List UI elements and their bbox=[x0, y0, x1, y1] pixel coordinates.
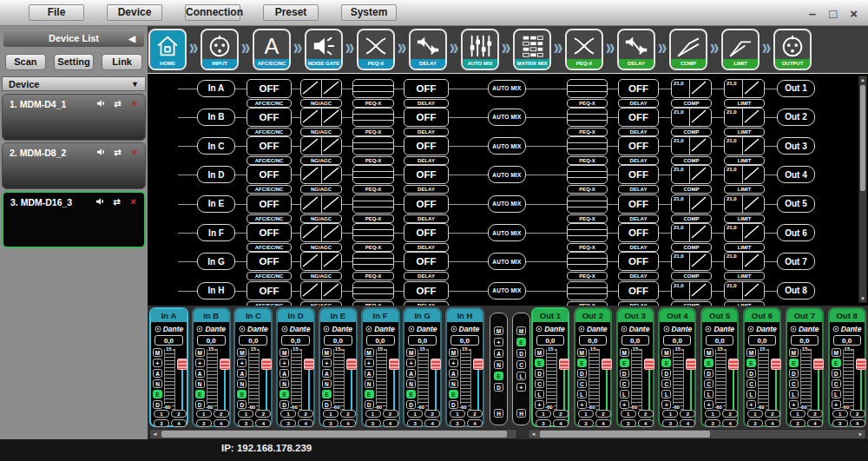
strip-button-plus[interactable]: + bbox=[279, 359, 289, 367]
master-button-d[interactable]: D bbox=[516, 349, 526, 358]
channel-gain-value[interactable]: 0,0 bbox=[239, 335, 267, 346]
strip-button-e[interactable]: E bbox=[449, 390, 458, 398]
block-limit-row1[interactable]: 21,0LIMIT bbox=[724, 108, 765, 136]
strip-button-e[interactable]: E bbox=[535, 359, 544, 367]
block-peq-x-row1[interactable]: PEQ-X bbox=[352, 108, 394, 136]
strip-button-d[interactable]: D bbox=[620, 369, 629, 378]
fader-handle[interactable] bbox=[261, 359, 272, 370]
channel-strip-in-h[interactable]: In HDante0,0M+ANED15-601234 bbox=[445, 307, 484, 427]
block-ng-agc-row4[interactable]: NG/AGC bbox=[300, 194, 342, 223]
speaker-icon[interactable] bbox=[95, 98, 107, 109]
strip-button-n[interactable]: N bbox=[365, 379, 374, 388]
menu-item-connection[interactable]: Connection bbox=[185, 4, 240, 21]
block-delay-row0[interactable]: OFFDELAY bbox=[404, 79, 449, 108]
block-delay-row4[interactable]: OFFDELAY bbox=[404, 194, 449, 223]
toolbar-item-delay-5[interactable]: DELAY bbox=[409, 29, 447, 70]
automix-pill-row0[interactable]: AUTO MIX bbox=[488, 80, 526, 97]
channel-gain-value[interactable]: 0,0 bbox=[791, 335, 819, 346]
toolbar-item-auto-mix-6[interactable]: AUTO MIX bbox=[461, 29, 499, 70]
master-button-m[interactable]: M bbox=[494, 326, 503, 335]
block-peq-x-row6[interactable]: PEQ-X bbox=[567, 252, 608, 280]
block-limit-row6[interactable]: 21,0LIMIT bbox=[724, 252, 765, 280]
preset-button-1[interactable]: 1 bbox=[578, 410, 594, 418]
block-limit-row3[interactable]: 21,0LIMIT bbox=[724, 165, 765, 194]
preset-button-3[interactable]: 3 bbox=[662, 419, 678, 427]
block-afc-ec-nc-row6[interactable]: OFFAFC/EC/NC bbox=[247, 252, 292, 280]
strip-button-plus[interactable]: + bbox=[153, 359, 162, 367]
strip-button-c[interactable]: C bbox=[832, 379, 841, 388]
strip-button-m[interactable]: M bbox=[661, 348, 671, 357]
strip-button-m[interactable]: M bbox=[535, 348, 544, 357]
preset-button-2[interactable]: 2 bbox=[424, 410, 440, 418]
channel-fader[interactable] bbox=[686, 349, 696, 410]
scrollbar-thumb[interactable] bbox=[161, 431, 507, 438]
strip-button-d[interactable]: D bbox=[322, 400, 332, 409]
strip-button-m[interactable]: M bbox=[195, 348, 205, 357]
fader-handle[interactable] bbox=[559, 359, 569, 370]
channel-gain-value[interactable]: 0,0 bbox=[706, 335, 733, 346]
preset-button-1[interactable]: 1 bbox=[621, 410, 636, 418]
strip-button-plus[interactable]: + bbox=[237, 359, 247, 367]
strip-button-l[interactable]: L bbox=[746, 390, 756, 398]
block-peq-x-row2[interactable]: PEQ-X bbox=[352, 136, 394, 165]
block-comp-row1[interactable]: 21,0COMP bbox=[671, 108, 712, 136]
strip-button-m[interactable]: M bbox=[789, 348, 799, 357]
strip-button-d[interactable]: D bbox=[535, 369, 544, 378]
strip-button-d[interactable]: D bbox=[832, 369, 841, 378]
strip-button-e[interactable]: E bbox=[704, 359, 713, 367]
automix-pill-row5[interactable]: AUTO MIX bbox=[488, 224, 526, 241]
channel-gain-value[interactable]: 0,0 bbox=[155, 335, 183, 346]
channel-strip-out-3[interactable]: Out 3Dante0,0MEDCL+15-601234 bbox=[616, 307, 654, 427]
strip-button-a[interactable]: A bbox=[322, 369, 332, 378]
preset-button-1[interactable]: 1 bbox=[705, 410, 720, 418]
channel-fader[interactable] bbox=[304, 349, 314, 410]
output-channel-pill-out-1[interactable]: Out 1 bbox=[777, 80, 815, 97]
preset-button-4[interactable]: 4 bbox=[214, 419, 229, 427]
block-comp-row5[interactable]: 21,0COMP bbox=[671, 223, 712, 252]
strip-button-plus[interactable]: + bbox=[195, 359, 205, 367]
block-peq-x-row5[interactable]: PEQ-X bbox=[567, 223, 608, 252]
preset-button-1[interactable]: 1 bbox=[280, 410, 296, 418]
block-limit-row2[interactable]: 21,0LIMIT bbox=[724, 136, 765, 165]
preset-button-3[interactable]: 3 bbox=[578, 419, 594, 427]
strip-button-plus[interactable]: + bbox=[406, 359, 416, 367]
device-item-1-mdm-d4-1[interactable]: 1. MDM-D4_1⇄× bbox=[2, 94, 146, 141]
channel-fader[interactable] bbox=[559, 349, 569, 410]
preset-button-4[interactable]: 4 bbox=[467, 419, 483, 427]
channel-fader[interactable] bbox=[389, 349, 399, 410]
strip-button-d[interactable]: D bbox=[406, 400, 416, 409]
preset-button-4[interactable]: 4 bbox=[807, 419, 823, 427]
preset-button-4[interactable]: 4 bbox=[638, 419, 654, 427]
block-delay-row1[interactable]: OFFDELAY bbox=[618, 108, 659, 136]
master-button-plus[interactable]: + bbox=[516, 383, 526, 392]
channel-fader[interactable] bbox=[261, 349, 272, 410]
channel-strip-out-5[interactable]: Out 5Dante0,0MEDCL+15-601234 bbox=[700, 307, 739, 427]
strip-button-n[interactable]: N bbox=[195, 379, 205, 388]
toolbar-item-peq-x-4[interactable]: PEQ-X bbox=[357, 29, 395, 70]
strip-button-l[interactable]: L bbox=[577, 390, 587, 398]
block-comp-row0[interactable]: 21,0COMP bbox=[671, 79, 712, 108]
preset-button-2[interactable]: 2 bbox=[722, 410, 738, 418]
channel-strip-in-b[interactable]: In BDante0,0M+ANED15-601234 bbox=[192, 307, 231, 427]
block-peq-x-row3[interactable]: PEQ-X bbox=[352, 165, 394, 194]
scan-button[interactable]: Scan bbox=[5, 54, 46, 70]
loop-icon[interactable]: ⇄ bbox=[111, 196, 122, 207]
output-channel-pill-out-5[interactable]: Out 5 bbox=[777, 195, 815, 213]
speaker-icon[interactable] bbox=[95, 196, 106, 207]
strip-button-e[interactable]: E bbox=[661, 359, 671, 367]
strip-button-m[interactable]: M bbox=[704, 348, 713, 357]
block-delay-row2[interactable]: OFFDELAY bbox=[404, 136, 449, 165]
fader-handle[interactable] bbox=[771, 359, 781, 370]
preset-button-3[interactable]: 3 bbox=[790, 419, 806, 427]
preset-button-2[interactable]: 2 bbox=[255, 410, 271, 418]
strip-button-d[interactable]: D bbox=[661, 369, 671, 378]
master-button-h[interactable]: H bbox=[516, 409, 526, 418]
block-afc-ec-nc-row5[interactable]: OFFAFC/EC/NC bbox=[247, 223, 292, 252]
strip-button-n[interactable]: N bbox=[153, 379, 162, 388]
channel-fader[interactable] bbox=[346, 349, 357, 410]
channel-gain-value[interactable]: 0,0 bbox=[324, 335, 352, 346]
strip-button-d[interactable]: D bbox=[704, 369, 713, 378]
scrollbar-thumb[interactable] bbox=[860, 85, 865, 191]
channel-strip-out-8[interactable]: Out 8Dante0,0MEDCL+15-601234 bbox=[828, 307, 866, 427]
block-comp-row3[interactable]: 21,0COMP bbox=[671, 165, 712, 194]
